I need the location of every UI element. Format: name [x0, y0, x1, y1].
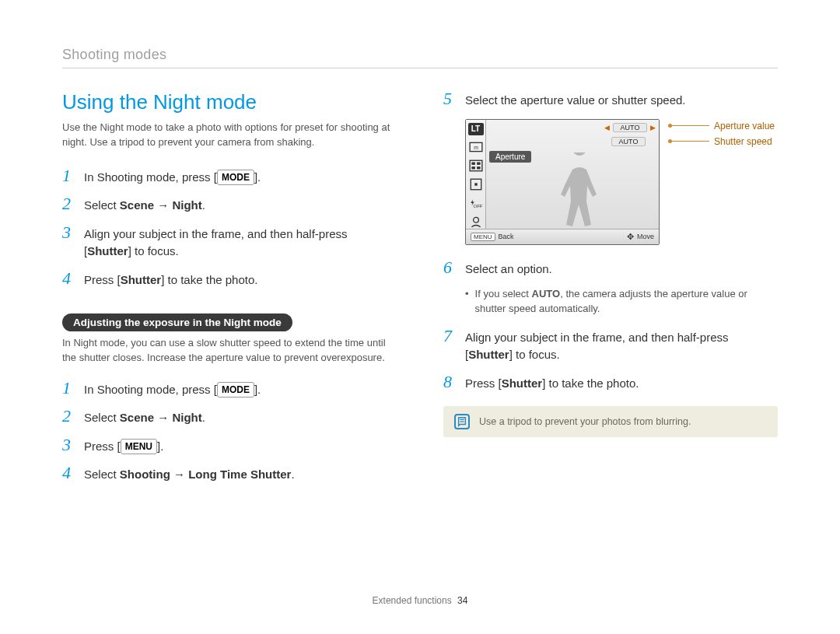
aperture-value-row: ◀ AUTO ▶: [604, 123, 656, 132]
svg-text:m: m: [474, 145, 478, 150]
step-number: 7: [443, 328, 457, 345]
back-label: Back: [499, 233, 514, 240]
face-detection-icon: [469, 215, 483, 229]
step-text: Select Scene → Night.: [84, 408, 205, 427]
mode-key: MODE: [217, 170, 254, 185]
svg-rect-4: [477, 162, 481, 164]
callout-aperture: Aperture value: [670, 121, 775, 131]
step-text: Select the aperture value or shutter spe…: [465, 90, 686, 110]
step-text: In Shooting mode, press [MODE].: [84, 380, 261, 399]
step-item: 4 Press [Shutter] to take the photo.: [62, 270, 397, 289]
subsection-pill: Adjusting the exposure in the Night mode: [62, 313, 292, 331]
step-bullet: • If you select AUTO, the camera adjusts…: [465, 287, 778, 317]
step-text: Press [Shutter] to take the photo.: [84, 270, 257, 289]
svg-rect-5: [471, 166, 475, 169]
screen-footer-bar: MENU Back ✥ Move: [466, 229, 659, 244]
callout-leader-line: [670, 141, 709, 142]
step-text: Align your subject in the frame, and the…: [465, 328, 778, 364]
step-text: Select Scene → Night.: [84, 195, 205, 215]
step-item: 2 Select Scene → Night.: [62, 195, 397, 215]
svg-rect-8: [474, 183, 477, 185]
step-number: 2: [62, 408, 76, 425]
step-item: 8 Press [Shutter] to take the photo.: [443, 373, 778, 393]
chapter-title: Shooting modes: [62, 47, 778, 68]
right-arrow-icon: ▶: [650, 124, 656, 131]
aperture-auto-value: AUTO: [613, 123, 647, 132]
step-item: 7 Align your subject in the frame, and t…: [443, 328, 778, 364]
step-text: In Shooting mode, press [MODE].: [84, 167, 261, 187]
right-column: 5 Select the aperture value or shutter s…: [443, 90, 778, 493]
flash-off-icon: OFF: [469, 196, 483, 210]
step-number: 1: [62, 167, 76, 184]
quality-icon: [469, 159, 483, 173]
resolution-icon: m: [469, 140, 483, 154]
step-item: 5 Select the aperture value or shutter s…: [443, 90, 778, 110]
step-number: 3: [62, 224, 76, 241]
svg-rect-2: [470, 160, 482, 171]
callout-shutter: Shutter speed: [670, 136, 775, 147]
step-text: Press [MENU].: [84, 436, 163, 456]
step-number: 2: [62, 195, 76, 212]
menu-chip: MENU: [471, 233, 495, 241]
step-number: 4: [62, 270, 76, 287]
lt-mode-icon: LT: [468, 123, 484, 135]
step-item: 1 In Shooting mode, press [MODE].: [62, 380, 397, 399]
section-heading: Using the Night mode: [62, 90, 397, 114]
move-label: Move: [637, 233, 654, 240]
two-column-layout: Using the Night mode Use the Night mode …: [62, 90, 778, 493]
camera-screen-illustration: LT m OFF: [465, 119, 778, 245]
page-footer: Extended functions 34: [0, 595, 840, 606]
svg-rect-6: [477, 166, 481, 169]
step-text: Align your subject in the frame, and the…: [84, 224, 397, 261]
step-number: 3: [62, 436, 76, 454]
screen-preview-area: ◀ AUTO ▶ AUTO Aperture: [486, 120, 659, 229]
step-item: 1 In Shooting mode, press [MODE].: [62, 167, 397, 187]
focus-area-icon: [469, 177, 483, 191]
aperture-label: Aperture: [489, 151, 531, 163]
step-text: Press [Shutter] to take the photo.: [465, 373, 639, 393]
shutter-auto-value: AUTO: [611, 137, 646, 146]
callout-labels: Aperture value Shutter speed: [670, 121, 775, 147]
note-icon: [454, 414, 470, 429]
step-item: 3 Press [MENU].: [62, 436, 397, 456]
screen-icon-column: LT m OFF: [466, 120, 486, 229]
bullet-icon: •: [465, 287, 469, 317]
step-number: 4: [62, 464, 76, 482]
step-number: 8: [443, 373, 457, 391]
tip-note: Use a tripod to prevent your photos from…: [443, 406, 778, 437]
intro-text: Use the Night mode to take a photo with …: [62, 121, 397, 150]
footer-section-label: Extended functions: [373, 595, 452, 606]
tip-text: Use a tripod to prevent your photos from…: [479, 416, 691, 427]
camera-screen: LT m OFF: [465, 119, 660, 245]
step-text: Select Shooting → Long Time Shutter.: [84, 464, 295, 484]
move-icon: ✥: [627, 233, 634, 241]
page-number: 34: [457, 595, 467, 606]
svg-point-9: [473, 217, 478, 222]
step-number: 1: [62, 380, 76, 397]
mode-key: MODE: [217, 382, 254, 398]
shutter-value-row: AUTO: [611, 137, 656, 146]
callout-leader-line: [670, 125, 709, 126]
step-item: 2 Select Scene → Night.: [62, 408, 397, 427]
step-number: 5: [443, 90, 457, 107]
left-arrow-icon: ◀: [604, 124, 610, 131]
step-item: 4 Select Shooting → Long Time Shutter.: [62, 464, 397, 484]
step-text: Select an option.: [465, 259, 552, 278]
step-item: 3 Align your subject in the frame, and t…: [62, 224, 397, 261]
steps-list-a: 1 In Shooting mode, press [MODE]. 2 Sele…: [62, 167, 397, 289]
steps-list-b: 1 In Shooting mode, press [MODE]. 2 Sele…: [62, 380, 397, 484]
step-number: 6: [443, 259, 457, 276]
menu-key: MENU: [121, 439, 157, 454]
svg-rect-3: [471, 162, 475, 164]
subject-silhouette: [552, 152, 607, 229]
step-item: 6 Select an option.: [443, 259, 778, 278]
subsection-body: In Night mode, you can use a slow shutte…: [62, 336, 397, 366]
left-column: Using the Night mode Use the Night mode …: [62, 90, 397, 493]
manual-page: Shooting modes Using the Night mode Use …: [0, 0, 840, 634]
